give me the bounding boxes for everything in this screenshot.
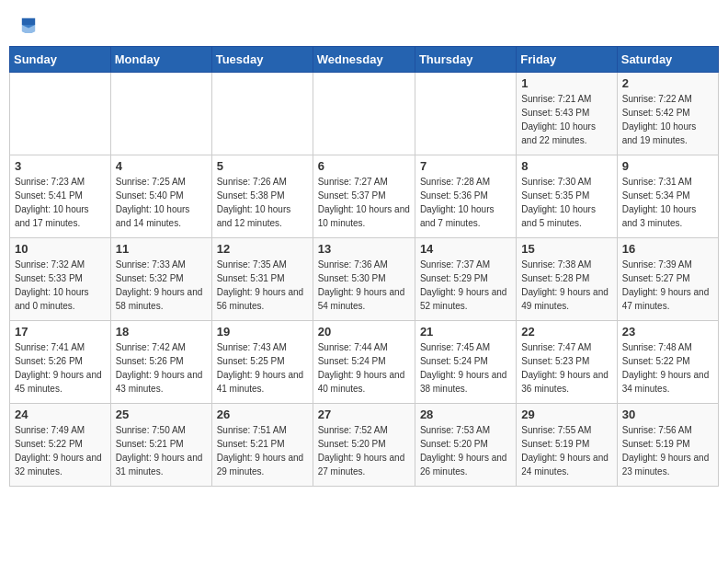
day-number: 13 bbox=[318, 242, 410, 256]
day-info: Sunrise: 7:43 AM Sunset: 5:25 PM Dayligh… bbox=[217, 340, 308, 396]
weekday-header: Thursday bbox=[415, 47, 516, 73]
calendar-cell: 24Sunrise: 7:49 AM Sunset: 5:22 PM Dayli… bbox=[10, 404, 111, 487]
day-info: Sunrise: 7:56 AM Sunset: 5:19 PM Dayligh… bbox=[622, 423, 713, 478]
calendar-cell bbox=[313, 73, 415, 155]
day-number: 5 bbox=[217, 159, 308, 173]
day-info: Sunrise: 7:52 AM Sunset: 5:20 PM Dayligh… bbox=[318, 423, 410, 478]
day-number: 18 bbox=[116, 325, 207, 339]
calendar-cell bbox=[10, 73, 111, 155]
day-number: 9 bbox=[622, 159, 713, 173]
day-info: Sunrise: 7:51 AM Sunset: 5:21 PM Dayligh… bbox=[217, 423, 308, 478]
day-info: Sunrise: 7:41 AM Sunset: 5:26 PM Dayligh… bbox=[15, 340, 106, 396]
day-info: Sunrise: 7:42 AM Sunset: 5:26 PM Dayligh… bbox=[116, 340, 207, 396]
day-number: 20 bbox=[318, 325, 410, 339]
weekday-header: Sunday bbox=[10, 47, 111, 73]
day-info: Sunrise: 7:23 AM Sunset: 5:41 PM Dayligh… bbox=[15, 175, 106, 230]
day-number: 2 bbox=[622, 76, 713, 90]
day-info: Sunrise: 7:55 AM Sunset: 5:19 PM Dayligh… bbox=[521, 423, 611, 478]
day-info: Sunrise: 7:26 AM Sunset: 5:38 PM Dayligh… bbox=[217, 175, 308, 230]
calendar-week-row: 3Sunrise: 7:23 AM Sunset: 5:41 PM Daylig… bbox=[10, 155, 719, 238]
calendar-cell: 7Sunrise: 7:28 AM Sunset: 5:36 PM Daylig… bbox=[415, 155, 516, 238]
calendar-week-row: 17Sunrise: 7:41 AM Sunset: 5:26 PM Dayli… bbox=[10, 321, 719, 404]
day-number: 11 bbox=[116, 242, 207, 256]
day-info: Sunrise: 7:53 AM Sunset: 5:20 PM Dayligh… bbox=[420, 423, 511, 478]
day-info: Sunrise: 7:35 AM Sunset: 5:31 PM Dayligh… bbox=[217, 258, 308, 313]
day-info: Sunrise: 7:39 AM Sunset: 5:27 PM Dayligh… bbox=[622, 258, 713, 313]
calendar-cell: 29Sunrise: 7:55 AM Sunset: 5:19 PM Dayli… bbox=[517, 404, 617, 487]
header bbox=[0, 0, 728, 46]
day-info: Sunrise: 7:25 AM Sunset: 5:40 PM Dayligh… bbox=[116, 175, 207, 230]
weekday-header: Wednesday bbox=[313, 47, 415, 73]
calendar-cell: 17Sunrise: 7:41 AM Sunset: 5:26 PM Dayli… bbox=[10, 321, 111, 404]
day-number: 19 bbox=[217, 325, 308, 339]
day-number: 16 bbox=[622, 242, 713, 256]
calendar-table: SundayMondayTuesdayWednesdayThursdayFrid… bbox=[9, 46, 719, 487]
calendar-cell: 19Sunrise: 7:43 AM Sunset: 5:25 PM Dayli… bbox=[211, 321, 313, 404]
day-number: 28 bbox=[420, 408, 511, 421]
calendar-cell: 9Sunrise: 7:31 AM Sunset: 5:34 PM Daylig… bbox=[617, 155, 718, 238]
calendar-cell: 30Sunrise: 7:56 AM Sunset: 5:19 PM Dayli… bbox=[617, 404, 718, 487]
calendar-cell: 16Sunrise: 7:39 AM Sunset: 5:27 PM Dayli… bbox=[617, 238, 718, 321]
weekday-header: Monday bbox=[110, 47, 211, 73]
day-info: Sunrise: 7:31 AM Sunset: 5:34 PM Dayligh… bbox=[622, 175, 713, 230]
calendar-cell: 27Sunrise: 7:52 AM Sunset: 5:20 PM Dayli… bbox=[313, 404, 415, 487]
weekday-header-row: SundayMondayTuesdayWednesdayThursdayFrid… bbox=[10, 47, 719, 73]
day-info: Sunrise: 7:36 AM Sunset: 5:30 PM Dayligh… bbox=[318, 258, 410, 313]
day-number: 29 bbox=[521, 408, 611, 421]
day-info: Sunrise: 7:49 AM Sunset: 5:22 PM Dayligh… bbox=[15, 423, 106, 478]
day-number: 26 bbox=[217, 408, 308, 421]
day-info: Sunrise: 7:47 AM Sunset: 5:23 PM Dayligh… bbox=[521, 340, 611, 396]
calendar-week-row: 10Sunrise: 7:32 AM Sunset: 5:33 PM Dayli… bbox=[10, 238, 719, 321]
day-number: 15 bbox=[521, 242, 611, 256]
day-info: Sunrise: 7:37 AM Sunset: 5:29 PM Dayligh… bbox=[420, 258, 511, 313]
calendar-cell: 5Sunrise: 7:26 AM Sunset: 5:38 PM Daylig… bbox=[211, 155, 313, 238]
day-info: Sunrise: 7:28 AM Sunset: 5:36 PM Dayligh… bbox=[420, 175, 511, 230]
day-number: 1 bbox=[521, 76, 611, 90]
calendar-cell: 15Sunrise: 7:38 AM Sunset: 5:28 PM Dayli… bbox=[517, 238, 617, 321]
svg-marker-1 bbox=[22, 25, 35, 33]
logo-flag-icon bbox=[20, 17, 37, 33]
calendar-cell: 4Sunrise: 7:25 AM Sunset: 5:40 PM Daylig… bbox=[110, 155, 211, 238]
weekday-header: Tuesday bbox=[211, 47, 313, 73]
calendar-cell: 13Sunrise: 7:36 AM Sunset: 5:30 PM Dayli… bbox=[313, 238, 415, 321]
calendar-cell: 6Sunrise: 7:27 AM Sunset: 5:37 PM Daylig… bbox=[313, 155, 415, 238]
calendar-cell: 22Sunrise: 7:47 AM Sunset: 5:23 PM Dayli… bbox=[517, 321, 617, 404]
calendar-cell: 14Sunrise: 7:37 AM Sunset: 5:29 PM Dayli… bbox=[415, 238, 516, 321]
day-info: Sunrise: 7:44 AM Sunset: 5:24 PM Dayligh… bbox=[318, 340, 410, 396]
calendar-cell: 20Sunrise: 7:44 AM Sunset: 5:24 PM Dayli… bbox=[313, 321, 415, 404]
day-info: Sunrise: 7:32 AM Sunset: 5:33 PM Dayligh… bbox=[15, 258, 106, 313]
calendar-cell: 12Sunrise: 7:35 AM Sunset: 5:31 PM Dayli… bbox=[211, 238, 313, 321]
calendar-cell: 11Sunrise: 7:33 AM Sunset: 5:32 PM Dayli… bbox=[110, 238, 211, 321]
calendar-cell: 2Sunrise: 7:22 AM Sunset: 5:42 PM Daylig… bbox=[617, 73, 718, 155]
day-number: 23 bbox=[622, 325, 713, 339]
day-number: 8 bbox=[521, 159, 611, 173]
day-number: 21 bbox=[420, 325, 511, 339]
calendar-cell bbox=[211, 73, 313, 155]
calendar-cell: 28Sunrise: 7:53 AM Sunset: 5:20 PM Dayli… bbox=[415, 404, 516, 487]
weekday-header: Saturday bbox=[617, 47, 718, 73]
day-number: 14 bbox=[420, 242, 511, 256]
day-info: Sunrise: 7:38 AM Sunset: 5:28 PM Dayligh… bbox=[521, 258, 611, 313]
calendar-cell: 8Sunrise: 7:30 AM Sunset: 5:35 PM Daylig… bbox=[517, 155, 617, 238]
calendar-week-row: 24Sunrise: 7:49 AM Sunset: 5:22 PM Dayli… bbox=[10, 404, 719, 487]
weekday-header: Friday bbox=[517, 47, 617, 73]
calendar-cell: 18Sunrise: 7:42 AM Sunset: 5:26 PM Dayli… bbox=[110, 321, 211, 404]
calendar-cell: 26Sunrise: 7:51 AM Sunset: 5:21 PM Dayli… bbox=[211, 404, 313, 487]
day-number: 7 bbox=[420, 159, 511, 173]
calendar-cell: 3Sunrise: 7:23 AM Sunset: 5:41 PM Daylig… bbox=[10, 155, 111, 238]
calendar-week-row: 1Sunrise: 7:21 AM Sunset: 5:43 PM Daylig… bbox=[10, 73, 719, 155]
day-info: Sunrise: 7:50 AM Sunset: 5:21 PM Dayligh… bbox=[116, 423, 207, 478]
day-info: Sunrise: 7:21 AM Sunset: 5:43 PM Dayligh… bbox=[521, 92, 611, 147]
day-number: 27 bbox=[318, 408, 410, 421]
calendar-cell bbox=[110, 73, 211, 155]
logo bbox=[18, 15, 37, 39]
day-number: 6 bbox=[318, 159, 410, 173]
calendar-cell: 1Sunrise: 7:21 AM Sunset: 5:43 PM Daylig… bbox=[517, 73, 617, 155]
day-number: 10 bbox=[15, 242, 106, 256]
day-number: 4 bbox=[116, 159, 207, 173]
calendar-cell: 23Sunrise: 7:48 AM Sunset: 5:22 PM Dayli… bbox=[617, 321, 718, 404]
day-number: 22 bbox=[521, 325, 611, 339]
day-info: Sunrise: 7:33 AM Sunset: 5:32 PM Dayligh… bbox=[116, 258, 207, 313]
calendar-cell: 10Sunrise: 7:32 AM Sunset: 5:33 PM Dayli… bbox=[10, 238, 111, 321]
calendar-cell bbox=[415, 73, 516, 155]
